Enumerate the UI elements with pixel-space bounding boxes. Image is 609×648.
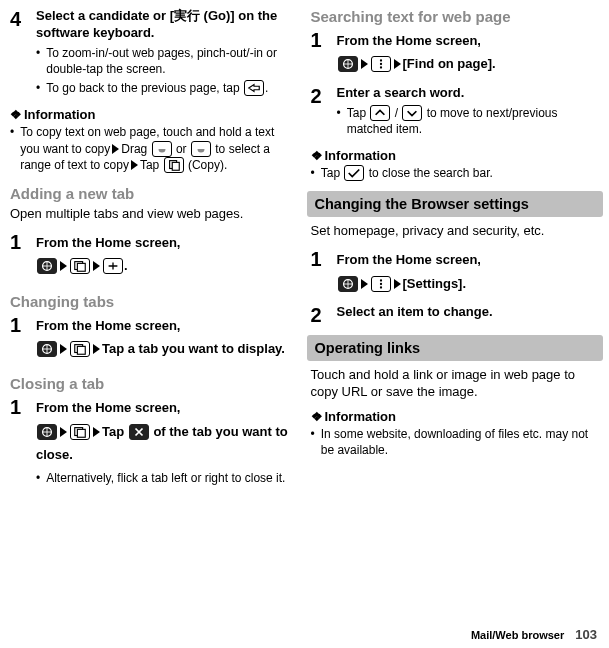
step-2: 2 Enter a search word. Tap / to move to … xyxy=(311,85,600,140)
check-icon xyxy=(344,165,364,181)
svg-rect-1 xyxy=(172,162,179,170)
triangle-icon xyxy=(93,261,100,271)
triangle-icon xyxy=(60,344,67,354)
triangle-icon xyxy=(394,59,401,69)
browser-icon xyxy=(37,341,57,357)
step-title: From the Home screen, [Find on page]. xyxy=(337,29,600,76)
info-bullet: To copy text on web page, touch and hold… xyxy=(10,124,297,173)
step-number: 1 xyxy=(311,248,337,298)
info-heading: Information xyxy=(10,107,297,122)
step-title: From the Home screen, . xyxy=(36,231,297,278)
back-key-icon xyxy=(244,80,264,96)
step-title: From the Home screen, Tap of the tab you… xyxy=(36,396,297,466)
band-heading: Operating links xyxy=(307,335,604,361)
step-1: 1 From the Home screen, [Find on page]. xyxy=(311,29,600,79)
triangle-icon xyxy=(131,160,138,170)
browser-icon xyxy=(338,276,358,292)
triangle-icon xyxy=(394,279,401,289)
chevron-up-icon xyxy=(370,105,390,121)
step-2: 2 Select an item to change. xyxy=(311,304,600,325)
step-number: 2 xyxy=(311,304,337,325)
step-title: Enter a search word. xyxy=(337,85,600,102)
browser-icon xyxy=(37,258,57,274)
step-1: 1 From the Home screen, [Settings]. xyxy=(311,248,600,298)
svg-point-12 xyxy=(379,60,381,62)
step-number: 1 xyxy=(311,29,337,79)
section-heading: Closing a tab xyxy=(10,375,297,392)
step-4: 4 Select a candidate or [実行 (Go)] on the… xyxy=(10,8,297,99)
svg-rect-4 xyxy=(77,264,85,272)
tabs-icon xyxy=(70,341,90,357)
browser-icon xyxy=(338,56,358,72)
triangle-icon xyxy=(361,59,368,69)
info-bullet: Tap to close the search bar. xyxy=(311,165,600,181)
step-1: 1 From the Home screen, . xyxy=(10,231,297,281)
svg-point-16 xyxy=(379,279,381,281)
svg-point-13 xyxy=(379,63,381,65)
triangle-icon xyxy=(93,344,100,354)
info-heading: Information xyxy=(311,148,600,163)
step-1: 1 From the Home screen, Tap of the tab y… xyxy=(10,396,297,488)
band-heading: Changing the Browser settings xyxy=(307,191,604,217)
step-title: From the Home screen, Tap a tab you want… xyxy=(36,314,297,361)
section-heading: Searching text for web page xyxy=(311,8,600,25)
step-number: 1 xyxy=(10,231,36,281)
bullet: To go back to the previous page, tap . xyxy=(36,80,297,96)
chevron-down-icon xyxy=(402,105,422,121)
svg-point-14 xyxy=(379,67,381,69)
plus-icon xyxy=(103,258,123,274)
triangle-icon xyxy=(60,261,67,271)
page-number: 103 xyxy=(575,627,597,642)
step-title: Select a candidate or [実行 (Go)] on the s… xyxy=(36,8,297,42)
tabs-icon xyxy=(70,424,90,440)
menu-icon xyxy=(371,56,391,72)
section-heading: Changing tabs xyxy=(10,293,297,310)
close-x-icon xyxy=(129,424,149,440)
info-bullet: In some website, downloading of files et… xyxy=(311,426,600,458)
copy-icon xyxy=(164,157,184,173)
svg-point-18 xyxy=(379,286,381,288)
section-name: Mail/Web browser xyxy=(471,629,564,641)
bullet: Alternatively, flick a tab left or right… xyxy=(36,470,297,486)
step-number: 4 xyxy=(10,8,36,99)
triangle-icon xyxy=(93,427,100,437)
info-heading: Information xyxy=(311,409,600,424)
triangle-icon xyxy=(60,427,67,437)
step-number: 1 xyxy=(10,396,36,488)
step-1: 1 From the Home screen, Tap a tab you wa… xyxy=(10,314,297,364)
svg-rect-10 xyxy=(77,429,85,437)
section-heading: Adding a new tab xyxy=(10,185,297,202)
step-number: 1 xyxy=(10,314,36,364)
svg-rect-7 xyxy=(77,346,85,354)
bullet: Tap / to move to next/previous matched i… xyxy=(337,105,600,137)
bullet: To zoom-in/-out web pages, pinch-out/-in… xyxy=(36,45,297,77)
menu-icon xyxy=(371,276,391,292)
handle-left-icon xyxy=(152,141,172,157)
step-number: 2 xyxy=(311,85,337,140)
triangle-icon xyxy=(361,279,368,289)
triangle-icon xyxy=(112,144,119,154)
tabs-icon xyxy=(70,258,90,274)
section-intro: Set homepage, privacy and security, etc. xyxy=(311,223,600,240)
browser-icon xyxy=(37,424,57,440)
step-title: Select an item to change. xyxy=(337,304,600,321)
svg-point-17 xyxy=(379,282,381,284)
step-title: From the Home screen, [Settings]. xyxy=(337,248,600,295)
section-intro: Open multiple tabs and view web pages. xyxy=(10,206,297,223)
section-intro: Touch and hold a link or image in web pa… xyxy=(311,367,600,401)
handle-right-icon xyxy=(191,141,211,157)
page-footer: Mail/Web browser 103 xyxy=(471,627,597,642)
